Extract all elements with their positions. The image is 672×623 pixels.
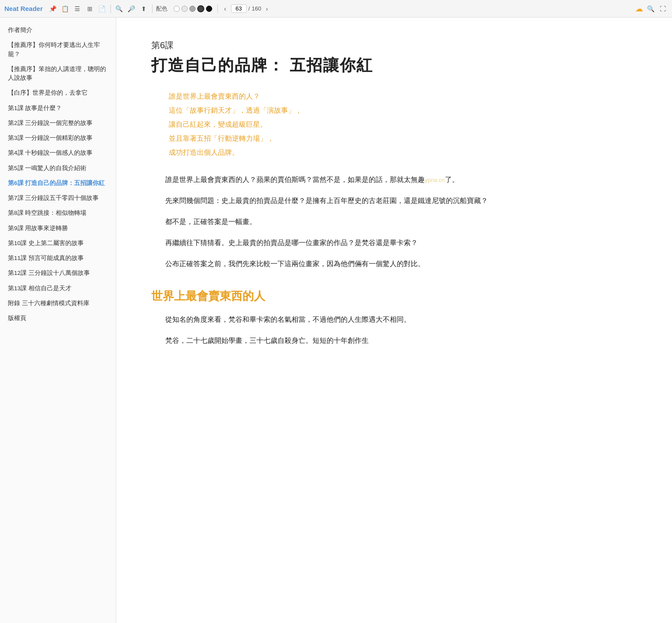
section-heading: 世界上最會賣東西的人 bbox=[151, 288, 637, 304]
color-lightgray[interactable] bbox=[181, 6, 188, 12]
page-total: 160 bbox=[252, 5, 261, 12]
doc-icon[interactable]: 📄 bbox=[97, 4, 107, 14]
menu-icon[interactable]: ☰ bbox=[73, 4, 82, 14]
paragraph-5: 公布正確答案之前，我們先來比較一下這兩位畫家，因為他們倆有一個驚人的對比。 bbox=[151, 257, 637, 271]
color-dark[interactable] bbox=[197, 5, 204, 12]
sidebar-item-rec1[interactable]: 【推薦序】你何時才要逃出人生牢籠？ bbox=[0, 38, 116, 62]
search-right-icon[interactable]: 🔍 bbox=[646, 4, 655, 14]
sidebar-item-rec2[interactable]: 【推薦序】笨拙的人講道理，聰明的人說故事 bbox=[0, 62, 116, 86]
sidebar-item-ch5[interactable]: 第5課 一鳴驚人的自我介紹術 bbox=[0, 161, 116, 176]
highlight-line-5: 成功打造出個人品牌。 bbox=[169, 146, 637, 160]
sidebar-item-author[interactable]: 作者簡介 bbox=[0, 23, 116, 38]
sidebar-item-ch12[interactable]: 第12課 三分鐘設十八萬個故事 bbox=[0, 266, 116, 281]
separator-3 bbox=[217, 4, 218, 13]
sidebar: 作者簡介 【推薦序】你何時才要逃出人生牢籠？ 【推薦序】笨拙的人講道理，聰明的人… bbox=[0, 18, 116, 623]
paragraph-1: 誰是世界上最會賣東西的人？蘋果的賈伯斯嗎？當然不是，如果是的話，那就太無趣ypn… bbox=[151, 173, 637, 187]
page-navigation: ‹ / 160 › bbox=[221, 4, 271, 14]
paragraph-2: 先來問幾個問題：史上最貴的拍賣品是什麼？是擁有上百年歷史的古老莊園，還是鐵達尼號… bbox=[151, 194, 637, 208]
highlight-line-4: 並且靠著五招「行動逆轉力場」， bbox=[169, 132, 637, 146]
sidebar-item-ch11[interactable]: 第11課 預言可能成真的故事 bbox=[0, 251, 116, 266]
copy-icon[interactable]: 📋 bbox=[60, 4, 70, 14]
sidebar-item-ch10[interactable]: 第10課 史上第二屬害的故事 bbox=[0, 236, 116, 251]
toolbar: Neat Reader 📌 📋 ☰ ⊞ 📄 🔍 🔎 ⬆ 配色 ‹ / 160 ›… bbox=[0, 0, 672, 18]
next-page-icon[interactable]: › bbox=[263, 4, 271, 14]
highlight-block: 誰是世界上最會賣東西的人？ 這位「故事行銷天才」，透過「演故事」， 讓自己紅起來… bbox=[169, 89, 637, 160]
pin-icon[interactable]: 📌 bbox=[48, 4, 58, 14]
search-large-icon[interactable]: 🔎 bbox=[127, 4, 136, 14]
separator-2 bbox=[152, 4, 153, 13]
fullscreen-icon[interactable]: ⛶ bbox=[658, 4, 668, 14]
sidebar-item-ch4[interactable]: 第4課 十秒鐘說一個感人的故事 bbox=[0, 146, 116, 160]
upload-icon[interactable]: ⬆ bbox=[139, 4, 149, 14]
sidebar-item-appendix[interactable]: 附錄 三十六種劇情模式資料庫 bbox=[0, 296, 116, 311]
color-label: 配色 bbox=[156, 5, 167, 13]
sidebar-item-copyright[interactable]: 版權頁 bbox=[0, 311, 116, 326]
sidebar-item-ch1[interactable]: 第1課 故事是什麼？ bbox=[0, 101, 116, 116]
sidebar-item-ch8[interactable]: 第8課 時空跳接：相似物轉場 bbox=[0, 206, 116, 221]
color-black[interactable] bbox=[206, 6, 212, 12]
page-number-input[interactable] bbox=[231, 4, 247, 13]
highlight-line-1: 誰是世界上最會賣東西的人？ bbox=[169, 89, 637, 103]
paragraph-4: 再繼續往下猜猜看。史上最貴的拍賣品是哪一位畫家的作品？是梵谷還是畢卡索？ bbox=[151, 236, 637, 250]
search-small-icon[interactable]: 🔍 bbox=[114, 4, 124, 14]
color-white[interactable] bbox=[174, 6, 180, 12]
grid-icon[interactable]: ⊞ bbox=[85, 4, 95, 14]
highlight-line-2: 這位「故事行銷天才」，透過「演故事」， bbox=[169, 103, 637, 117]
cloud-icon[interactable]: ☁ bbox=[635, 4, 643, 14]
app-title: Neat Reader bbox=[4, 5, 43, 12]
watermark: ypna.cn bbox=[425, 177, 445, 183]
highlight-line-3: 讓自己紅起來，變成超級巨星。 bbox=[169, 117, 637, 132]
main-layout: 作者簡介 【推薦序】你何時才要逃出人生牢籠？ 【推薦序】笨拙的人講道理，聰明的人… bbox=[0, 18, 672, 623]
section-paragraph-2: 梵谷，二十七歲開始學畫，三十七歲自殺身亡。短短的十年創作生 bbox=[151, 334, 637, 348]
chapter-label: 第6課 bbox=[151, 39, 637, 51]
toolbar-right: ☁ 🔍 ⛶ bbox=[635, 4, 668, 14]
sidebar-item-ch13[interactable]: 第13課 相信自己是天才 bbox=[0, 281, 116, 296]
paragraph-3: 都不是，正確答案是一幅畫。 bbox=[151, 215, 637, 229]
chapter-title: 打造自己的品牌： 五招讓你紅 bbox=[151, 55, 637, 76]
sidebar-item-ch6[interactable]: 第6課 打造自己的品牌：五招讓你紅 bbox=[0, 176, 116, 191]
color-options bbox=[174, 5, 212, 12]
separator-1 bbox=[110, 4, 111, 13]
page-separator: / bbox=[249, 5, 250, 12]
sidebar-item-ch3[interactable]: 第3課 一分鐘說一個精彩的故事 bbox=[0, 131, 116, 146]
content-area: 第6課 打造自己的品牌： 五招讓你紅 誰是世界上最會賣東西的人？ 這位「故事行銷… bbox=[116, 18, 672, 623]
sidebar-item-pref[interactable]: 【白序】世界是你的，去拿它 bbox=[0, 85, 116, 100]
prev-page-icon[interactable]: ‹ bbox=[221, 4, 229, 14]
sidebar-item-ch9[interactable]: 第9課 用故事來逆轉勝 bbox=[0, 221, 116, 236]
sidebar-item-ch7[interactable]: 第7課 三分鐘設五千零四十個故事 bbox=[0, 191, 116, 206]
sidebar-item-ch2[interactable]: 第2課 三分鐘說一個完整的故事 bbox=[0, 116, 116, 131]
color-gray[interactable] bbox=[189, 6, 196, 12]
section-paragraph-1: 從知名的角度來看，梵谷和畢卡索的名氣相當，不過他們的人生際遇大不相同。 bbox=[151, 313, 637, 327]
